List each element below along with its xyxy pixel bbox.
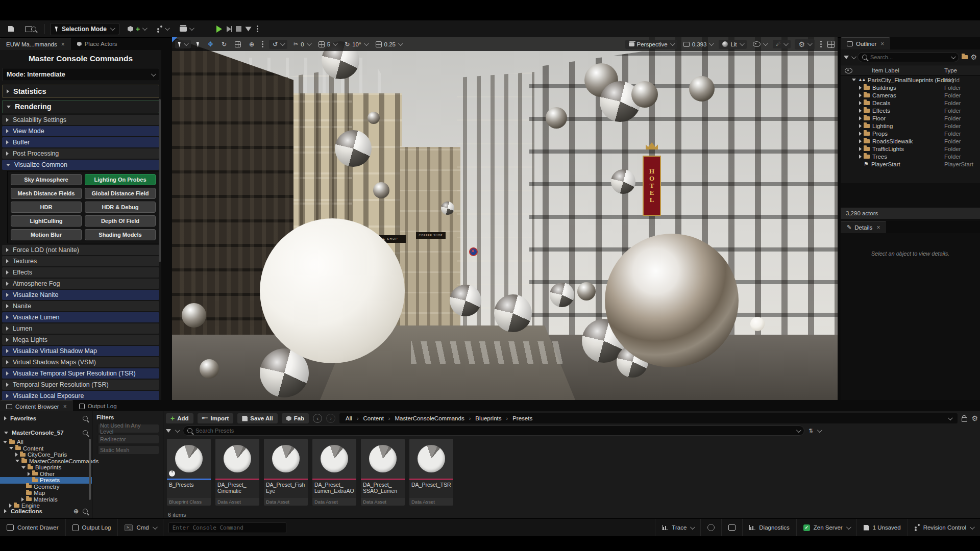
rotate-tool[interactable]: ↻: [219, 40, 229, 49]
asset-search-input[interactable]: Search Presets: [183, 425, 804, 436]
add-actor-dropdown[interactable]: +: [125, 24, 149, 34]
chevron-down-icon[interactable]: [817, 428, 822, 433]
content-drawer-button[interactable]: Content Drawer: [0, 519, 66, 536]
gear-icon[interactable]: ⚙: [971, 415, 978, 422]
play-button[interactable]: [216, 26, 222, 33]
tab-output-log[interactable]: Output Log: [73, 400, 123, 412]
chevron-down-icon[interactable]: [175, 428, 180, 433]
quad-view-icon[interactable]: [827, 41, 835, 48]
tree-item-citycore-paris[interactable]: CityCore_Paris: [0, 452, 92, 458]
gear-icon[interactable]: ⚙: [970, 54, 977, 61]
add-button[interactable]: +Add: [166, 413, 193, 423]
tree-item-materials[interactable]: Materials: [0, 496, 92, 503]
sort-icon[interactable]: ⇅: [808, 428, 813, 434]
save-button[interactable]: [5, 24, 17, 33]
asset-da-preset-fisheye[interactable]: DA_Preset_Fish EyeData Asset: [264, 439, 308, 506]
output-log-button[interactable]: Output Log: [66, 519, 118, 536]
outliner-row-effects[interactable]: EffectsFolder: [841, 107, 980, 114]
section-lumen[interactable]: Lumen: [2, 323, 159, 334]
source-row[interactable]: MasterConsole_57: [0, 428, 92, 438]
tree-item-content[interactable]: Content: [0, 445, 92, 452]
asset-da-preset-ssao-lumen[interactable]: DA_Preset_ SSAO_LumenData Asset: [361, 439, 405, 506]
show-flags-dropdown[interactable]: [751, 40, 769, 48]
section-visualize-temporal-super-resolution-tsr[interactable]: Visualize Temporal Super Resolution (TSR…: [2, 368, 159, 379]
button-depth-of-field[interactable]: Depth Of Field: [85, 215, 156, 227]
tree-scrollbar[interactable]: [89, 439, 91, 500]
section-textures[interactable]: Textures: [2, 256, 159, 266]
outliner-row-trafficlights[interactable]: TrafficLightsFolder: [841, 145, 980, 153]
asset-da-preset-tsr[interactable]: DA_Preset_TSRData Asset: [409, 439, 453, 506]
viewport-options-dropdown[interactable]: [175, 40, 191, 48]
import-content-button[interactable]: [22, 24, 39, 34]
column-type[interactable]: Type: [944, 67, 957, 73]
blueprints-dropdown[interactable]: [154, 26, 172, 32]
chevron-down-icon[interactable]: [948, 415, 953, 420]
search-icon[interactable]: [83, 430, 88, 435]
section-scalability-settings[interactable]: Scalability Settings: [2, 115, 159, 125]
tab-outliner[interactable]: Outliner ×: [841, 37, 890, 49]
section-post-processing[interactable]: Post Processing: [2, 148, 159, 159]
stop-button[interactable]: [236, 26, 241, 32]
launch-button[interactable]: [246, 27, 252, 31]
outliner-row-pariscity-finalblueprints-editor[interactable]: ▲▲ParisCity_FinalBlueprints (Editor)Worl…: [841, 76, 980, 84]
tree-item-other[interactable]: Other: [0, 471, 92, 478]
mode-dropdown[interactable]: Mode: Intermediate: [2, 68, 159, 81]
section-visualize-local-exposure[interactable]: Visualize Local Exposure: [2, 391, 159, 400]
coordinate-system-button[interactable]: ⊕: [247, 40, 256, 49]
status-box-button[interactable]: [721, 519, 742, 536]
rotation-snap-dropdown[interactable]: ↻10°: [342, 40, 369, 49]
status-1-unsaved[interactable]: 1 Unsaved: [856, 519, 908, 536]
screen-percentage-dropdown[interactable]: 0.393: [681, 40, 715, 49]
button-shading-models[interactable]: Shading Models: [85, 229, 156, 240]
button-lighting-on-probes[interactable]: Lighting On Probes: [85, 174, 156, 185]
forward-button[interactable]: ›: [326, 414, 335, 423]
button-mesh-distance-fields[interactable]: Mesh Distance Fields: [11, 188, 82, 199]
asset-da-preset-lumen-extraao[interactable]: DA_Preset_ Lumen_ExtraAOData Asset: [312, 439, 356, 506]
tab-place-actors[interactable]: Place Actors: [71, 38, 124, 50]
outliner-row-floor[interactable]: FloorFolder: [841, 114, 980, 122]
breadcrumb-all[interactable]: All: [346, 415, 352, 421]
tab-details[interactable]: ✎ Details ×: [841, 221, 886, 233]
close-icon[interactable]: ×: [61, 41, 65, 48]
grid-snap-dropdown[interactable]: 5: [316, 40, 338, 49]
viewport[interactable]: COFFEE SHOP COFFEE SHOP HOTEL ✥ ↻ ⊕ ↺ ✂0: [172, 37, 838, 400]
tab-euw-master-commands[interactable]: EUW Ma...mmands ×: [0, 38, 71, 50]
move-tool[interactable]: ✥: [206, 39, 215, 49]
filter-icon[interactable]: [844, 56, 849, 59]
section-statistics[interactable]: Statistics: [2, 85, 159, 98]
scale-tool[interactable]: [233, 40, 243, 49]
status-zen-server[interactable]: ✓Zen Server: [796, 519, 856, 536]
scale-snap-dropdown[interactable]: 0.25: [374, 40, 404, 49]
tab-content-browser[interactable]: Content Browser ×: [0, 400, 73, 412]
button-lightculling[interactable]: LightCulling: [11, 215, 82, 227]
section-temporal-super-resolution-tsr[interactable]: Temporal Super Resolution (TSR): [2, 380, 159, 390]
tree-item-presets[interactable]: Presets: [0, 477, 92, 484]
status-revision-control[interactable]: Revision Control: [908, 519, 980, 536]
filter-static-mesh[interactable]: Static Mesh: [96, 446, 159, 454]
section-visualize-common[interactable]: Visualize Common: [2, 160, 159, 170]
location-snap-dropdown[interactable]: ✂0: [291, 40, 312, 49]
fab-button[interactable]: Fab: [282, 413, 309, 423]
status-diagnostics[interactable]: Diagnostics: [742, 519, 796, 536]
outliner-row-trees[interactable]: TreesFolder: [841, 153, 980, 160]
section-view-mode[interactable]: View Mode: [2, 126, 159, 136]
outliner-row-roadssidewalk[interactable]: RoadsSidewalkFolder: [841, 137, 980, 145]
visibility-column-icon[interactable]: [845, 68, 852, 73]
cinematics-dropdown[interactable]: [177, 25, 196, 33]
selection-mode-dropdown[interactable]: Selection Mode: [50, 23, 119, 35]
lit-mode-dropdown[interactable]: Lit: [719, 40, 746, 49]
tree-item-blueprints[interactable]: Blueprints: [0, 464, 92, 471]
chevron-down-icon[interactable]: [851, 54, 856, 59]
button-hdr-debug[interactable]: HDR & Debug: [85, 202, 156, 213]
viewport-settings-dropdown[interactable]: ⚙: [795, 39, 815, 49]
search-icon[interactable]: [83, 416, 88, 421]
breadcrumb-blueprints[interactable]: Blueprints: [475, 415, 501, 421]
outliner-row-buildings[interactable]: BuildingsFolder: [841, 84, 980, 91]
close-icon[interactable]: ×: [63, 403, 67, 410]
tree-item-masterconsolecommands[interactable]: MasterConsoleCommands: [0, 458, 92, 465]
breadcrumb-masterconsolecommands[interactable]: MasterConsoleCommands: [395, 415, 464, 421]
section-virtual-shadows-maps-vsm[interactable]: Virtual Shadows Maps (VSM): [2, 357, 159, 367]
view-effects-dropdown[interactable]: ☄: [773, 40, 791, 48]
section-atmosphere-fog[interactable]: Atmosphere Fog: [2, 279, 159, 289]
outliner-row-lighting[interactable]: LightingFolder: [841, 122, 980, 130]
